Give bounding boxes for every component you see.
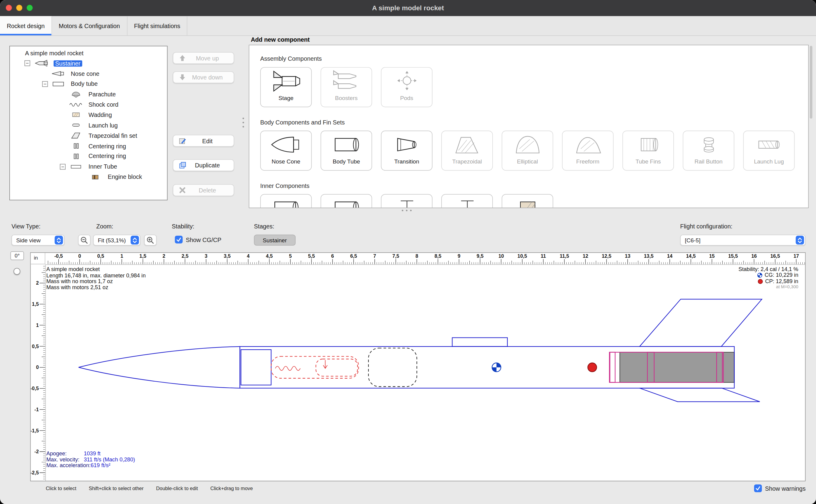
tree-expander[interactable]: − (42, 81, 48, 87)
tree-item-wadding[interactable]: Wadding (10, 110, 167, 120)
component-button-centering-ring[interactable] (381, 194, 432, 208)
flight-configuration-select[interactable]: [C6-5] (680, 235, 806, 246)
tree-item-label: Centering ring (87, 143, 128, 149)
coupler-icon (330, 197, 363, 208)
zoom-out-button[interactable] (78, 235, 90, 246)
stage-icon (269, 70, 303, 93)
stability-label: Stability: (172, 223, 194, 230)
wadding-icon (68, 111, 84, 118)
component-row-inner-components (260, 194, 553, 208)
component-tree[interactable]: A simple model rocket −SustainerNose con… (9, 46, 167, 200)
tree-item-centering-ring[interactable]: Centering ring (10, 141, 167, 151)
body-tube-icon (50, 81, 66, 87)
section-header-body-components-and-fin-sets: Body Components and Fin Sets (260, 119, 345, 125)
tree-item-launch-lug[interactable]: Launch lug (10, 120, 167, 131)
edit-icon (179, 137, 186, 145)
show-cgcp-label: Show CG/CP (186, 237, 222, 243)
stability-text: Stability: 2,4 cal / 14,1 % (738, 267, 798, 273)
freeform-icon (571, 133, 604, 156)
component-button-body-tube[interactable]: Body Tube (321, 131, 372, 171)
launch-lug-outline[interactable] (452, 338, 507, 347)
component-button-nose-cone[interactable]: Nose Cone (260, 131, 312, 171)
tree-item-engine-block[interactable]: Engine block (10, 172, 167, 182)
component-button-boosters: Boosters (321, 67, 372, 107)
component-button-bulkhead[interactable] (441, 194, 493, 208)
engine-block-icon (511, 197, 544, 208)
flight-configuration-label: Flight configuration: (680, 223, 733, 230)
duplicate-icon (179, 161, 186, 169)
rocket-view-panel[interactable]: -0,500,511,522,533,544,555,566,577,588,5… (30, 252, 806, 481)
parachute-icon (68, 91, 84, 98)
tree-item-centering-ring[interactable]: Centering ring (10, 151, 167, 161)
edit-button[interactable]: Edit (173, 135, 234, 147)
nose-shoulder (241, 350, 271, 385)
move-down-button: Move down (173, 71, 234, 83)
shock-cord-squiggle[interactable] (275, 366, 300, 370)
centering-ring-icon (390, 197, 423, 208)
minimize-window-button[interactable] (16, 5, 22, 11)
duplicate-button[interactable]: Duplicate (173, 159, 234, 171)
hint-double-click-to-edit: Double-click to edit (156, 486, 198, 491)
show-cgcp-checkbox[interactable] (175, 236, 183, 244)
vertical-splitter-handle[interactable] (242, 118, 244, 128)
tree-item-nose-cone[interactable]: Nose cone (10, 69, 167, 79)
rocket-icon (33, 60, 50, 66)
centering-ring-fore[interactable] (610, 352, 615, 383)
centering-ring-icon (68, 143, 84, 149)
tree-expander[interactable]: − (60, 164, 66, 170)
show-warnings-checkbox[interactable] (754, 484, 762, 492)
tree-item-body-tube[interactable]: −Body tube (10, 79, 167, 89)
tree-item-root[interactable]: A simple model rocket (10, 48, 167, 58)
delete-button: Delete (173, 184, 234, 196)
scrollbar-thumb[interactable] (810, 46, 812, 119)
rotation-slider-knob[interactable] (14, 268, 20, 275)
tree-item-inner-tube[interactable]: −Inner Tube (10, 161, 167, 172)
hint-click-to-select: Click to select (46, 486, 76, 491)
nose-cone-outline[interactable] (79, 347, 240, 388)
rotation-indicator: 0° (10, 251, 24, 260)
pods-icon (390, 70, 423, 93)
tab-flight-simulations[interactable]: Flight simulations (127, 16, 187, 35)
tree-item-trapezoidal-fin-set[interactable]: Trapezoidal fin set (10, 131, 167, 141)
tab-rocket-design[interactable]: Rocket design (0, 16, 52, 35)
motor[interactable] (620, 352, 734, 383)
cg-text: CG: 10,229 in (765, 272, 798, 278)
section-header-inner-components: Inner Components (260, 183, 309, 189)
tree-item-sustainer[interactable]: −Sustainer (10, 58, 167, 69)
trapezoidal-icon (450, 133, 484, 156)
component-button-engine-block[interactable] (502, 194, 553, 208)
component-button-coupler[interactable] (321, 194, 372, 208)
checkmark-icon (176, 237, 182, 242)
component-button-freeform: Freeform (562, 131, 614, 171)
top-fin[interactable] (640, 299, 762, 347)
magnifier-plus-icon (146, 236, 155, 244)
component-button-stage[interactable]: Stage (260, 67, 312, 107)
horizontal-splitter-handle[interactable] (402, 210, 412, 211)
stage-toggle-sustainer[interactable]: Sustainer (254, 235, 296, 246)
centering-ring-icon (68, 153, 84, 160)
tree-expander[interactable]: − (24, 60, 30, 66)
tree-item-shock-cord[interactable]: Shock cord (10, 99, 167, 110)
tree-item-parachute[interactable]: Parachute (10, 89, 167, 99)
zoom-in-button[interactable] (144, 235, 157, 246)
popup-chevrons-icon (131, 236, 139, 244)
component-button-transition[interactable]: Transition (381, 131, 432, 171)
at-mach-text: at M=0,300 (738, 284, 798, 290)
tree-item-label: Engine block (106, 174, 144, 180)
tree-item-label: Sustainer (53, 60, 82, 66)
wadding-outline[interactable] (368, 348, 417, 386)
rocket-side-view-drawing[interactable] (31, 253, 806, 481)
rocket-info-block: A simple model rocket Length 16,748 in, … (46, 267, 146, 291)
show-warnings-label: Show warnings (765, 485, 805, 492)
close-window-button[interactable] (6, 5, 12, 11)
zoom-window-button[interactable] (27, 5, 33, 11)
engine-block-icon (87, 173, 103, 180)
view-type-select[interactable]: Side view (11, 235, 65, 246)
bottom-fin[interactable] (640, 388, 760, 402)
component-button-inner-tube[interactable] (260, 194, 312, 208)
cp-text: CP: 12,589 in (765, 278, 798, 284)
zoom-select[interactable]: Fit (53,1%) (93, 235, 141, 246)
inner-tube-icon (68, 163, 84, 170)
tube-fins-icon (632, 133, 665, 156)
tab-motors-configuration[interactable]: Motors & Configuration (52, 16, 127, 35)
